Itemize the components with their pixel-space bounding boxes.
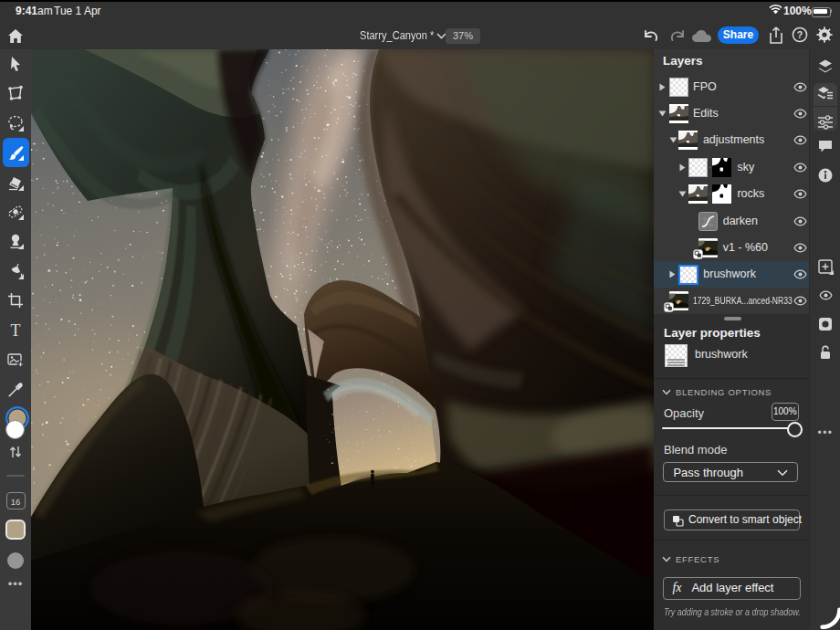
svg-text:T: T (11, 321, 21, 340)
svg-text:?: ? (797, 29, 803, 40)
